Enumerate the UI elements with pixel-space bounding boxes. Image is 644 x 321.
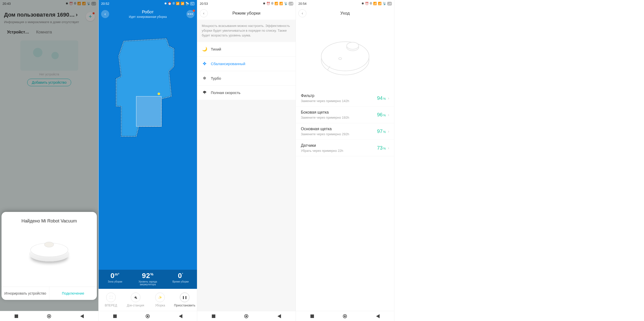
back-button[interactable]: ‹ xyxy=(101,10,109,18)
chevron-right-icon: › xyxy=(388,96,389,101)
mode-title: Режим уборки xyxy=(232,11,260,16)
item-percent: 96% xyxy=(377,112,386,118)
stat-battery: 92% Уровень заряда аккумулятора xyxy=(131,270,164,289)
action-dock[interactable]: 🔌Док-станция xyxy=(123,289,148,311)
registered-icon: ® xyxy=(173,2,175,5)
clean-icon: ✨ xyxy=(155,293,165,302)
alarm-icon: ⏰ xyxy=(266,2,270,5)
nav-recent-icon[interactable] xyxy=(310,314,314,318)
map-svg xyxy=(99,21,197,139)
nav-recent-icon[interactable] xyxy=(113,314,117,318)
chevron-right-icon: › xyxy=(388,113,389,117)
item-percent: 73% xyxy=(377,145,386,151)
registered-icon: ® xyxy=(370,2,372,5)
android-nav xyxy=(296,311,394,321)
area-label: Зона уборки xyxy=(99,280,131,283)
cleaning-map[interactable] xyxy=(99,21,197,270)
time-unit: ' xyxy=(182,272,183,276)
nav-recent-icon[interactable] xyxy=(212,314,215,318)
svg-point-4 xyxy=(321,42,369,71)
chevron-right-icon: › xyxy=(388,129,389,134)
item-name: Датчики xyxy=(301,143,343,148)
svg-rect-1 xyxy=(136,96,162,126)
maintenance-item-main-brush[interactable]: Основная щетка Замените через примерно 2… xyxy=(296,123,394,140)
nav-back-icon[interactable] xyxy=(277,314,281,318)
nav-back-icon[interactable] xyxy=(80,314,84,318)
status-time: 20:54 xyxy=(298,2,307,6)
wifi-icon: 📡 xyxy=(185,2,189,5)
signal-icon: 📶 xyxy=(274,2,278,5)
stat-time: 0' Время уборки xyxy=(164,270,197,289)
battery-icon: 61 xyxy=(387,2,392,5)
status-bar: 20:53 ✱ ⏰ ® 📶 📶 📡 61 xyxy=(197,0,296,7)
area-unit: m² xyxy=(115,272,119,276)
mode-quiet[interactable]: 🌙 Тихий xyxy=(197,42,296,57)
item-hint: Замените через примерно 292h xyxy=(301,132,349,136)
connect-device-button[interactable]: Подключение xyxy=(49,287,97,300)
svg-point-6 xyxy=(347,42,359,49)
android-nav xyxy=(99,311,197,321)
sheet-buttons: Игнорировать устройство Подключение xyxy=(2,287,97,300)
mode-list: 🌙 Тихий ✤ Сбалансированный ❄ Турбо 🌪 Пол… xyxy=(197,42,296,100)
maintenance-item-sensors[interactable]: Датчики Убрать через примерно 22h 73% › xyxy=(296,140,394,156)
back-button[interactable]: ‹ xyxy=(298,9,306,17)
nav-recent-icon[interactable] xyxy=(15,314,18,318)
device-found-sheet: Найдено Mi Robot Vacuum Игнорировать уст… xyxy=(2,212,97,300)
robot-title: Робот Идет зонированная уборка xyxy=(129,10,167,19)
maintenance-body: Фильтр Замените через примерно 142h 94% … xyxy=(296,20,394,311)
screen-cleaning-mode: 20:53 ✱ ⏰ ® 📶 📶 📡 61 ‹ Режим уборки Мощн… xyxy=(197,0,296,321)
nav-home-icon[interactable] xyxy=(146,314,150,318)
item-name: Боковая щетка xyxy=(301,110,349,115)
item-hint: Замените через примерно 142h xyxy=(301,99,349,103)
back-button[interactable]: ‹ xyxy=(200,9,208,17)
battery-label: Уровень заряда аккумулятора xyxy=(131,280,164,286)
area-value: 0 xyxy=(110,272,115,280)
nav-home-icon[interactable] xyxy=(47,314,51,318)
nav-home-icon[interactable] xyxy=(244,314,248,318)
status-time: 20:53 xyxy=(200,2,208,6)
ignore-device-button[interactable]: Игнорировать устройство xyxy=(2,287,49,300)
robot-actions: ⛶ВПЕРЕД 🔌Док-станция ✨Уборка ❚❚Приостано… xyxy=(99,289,197,311)
robot-status-text: Идет зонированная уборка xyxy=(129,15,167,19)
sheet-title: Найдено Mi Robot Vacuum xyxy=(21,218,77,224)
battery-unit: % xyxy=(150,272,153,276)
action-pause[interactable]: ❚❚Приостановить xyxy=(172,289,197,311)
maintenance-item-filter[interactable]: Фильтр Замените через примерно 142h 94% … xyxy=(296,90,394,107)
mode-balanced-label: Сбалансированный xyxy=(211,62,245,66)
item-name: Основная щетка xyxy=(301,127,349,131)
signal2-icon: 📶 xyxy=(378,2,382,5)
signal-icon: 📶 xyxy=(176,2,180,5)
nav-home-icon[interactable] xyxy=(343,314,347,318)
signal2-icon: 📶 xyxy=(181,2,184,5)
screen-robot-map: 20:52 ✱ ⏰ ® 📶 📶 📡 62 ‹ Робот Идет зониро… xyxy=(99,0,197,321)
svg-point-2 xyxy=(157,93,160,95)
status-time: 20:52 xyxy=(101,2,109,6)
mode-body: Мощность всасывания можно настроить. Эфф… xyxy=(197,20,296,311)
action-clean[interactable]: ✨Уборка xyxy=(148,289,173,311)
mode-full[interactable]: 🌪 Полная скорость xyxy=(197,86,296,100)
nav-back-icon[interactable] xyxy=(179,314,182,318)
android-nav xyxy=(197,311,296,321)
wifi-icon: 📡 xyxy=(284,2,288,5)
more-button[interactable]: ••• xyxy=(186,10,194,18)
battery-value: 92 xyxy=(142,272,150,280)
mode-balanced[interactable]: ✤ Сбалансированный xyxy=(197,57,296,71)
maintenance-item-side-brush[interactable]: Боковая щетка Замените через примерно 19… xyxy=(296,107,394,123)
mode-turbo[interactable]: ❄ Турбо xyxy=(197,71,296,86)
moon-icon: 🌙 xyxy=(202,47,207,52)
chevron-right-icon: › xyxy=(388,146,389,150)
bluetooth-icon: ✱ xyxy=(263,2,265,5)
mode-header: ‹ Режим уборки xyxy=(197,7,296,20)
nav-back-icon[interactable] xyxy=(376,314,380,318)
item-name: Фильтр xyxy=(301,94,349,98)
item-hint: Убрать через примерно 22h xyxy=(301,149,343,153)
status-bar: 20:52 ✱ ⏰ ® 📶 📶 📡 62 xyxy=(99,0,197,7)
time-label: Время уборки xyxy=(164,280,197,283)
screen-maintenance: 20:54 ✱ ⏰ ® 📶 📶 📡 61 ‹ Уход xyxy=(296,0,394,321)
item-percent: 94% xyxy=(377,95,386,101)
action-forward[interactable]: ⛶ВПЕРЕД xyxy=(99,289,123,311)
stat-area: 0m² Зона уборки xyxy=(99,270,131,289)
registered-icon: ® xyxy=(271,2,273,5)
mode-turbo-label: Турбо xyxy=(211,76,221,80)
item-percent: 97% xyxy=(377,128,386,134)
